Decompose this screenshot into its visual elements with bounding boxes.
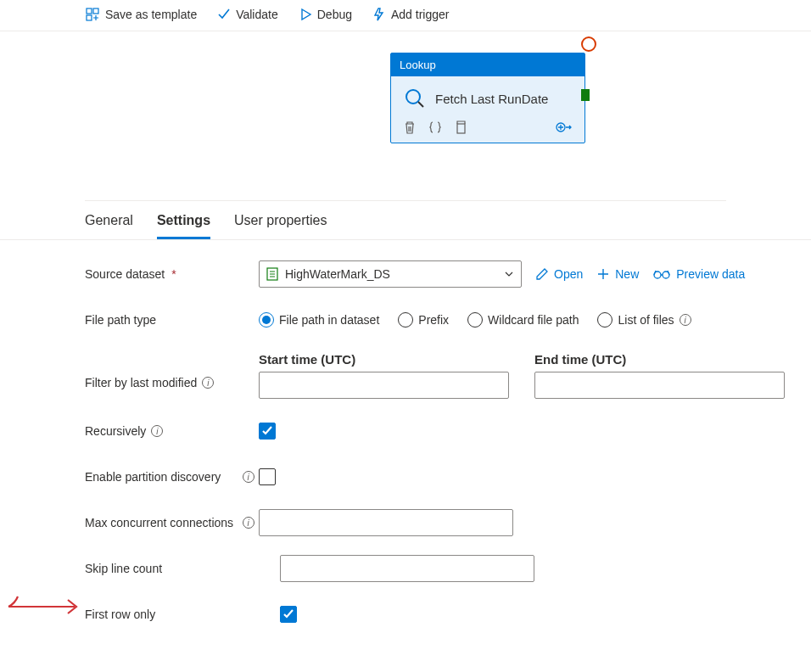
tab-general[interactable]: General [85,213,133,239]
file-path-type-radiogroup: File path in dataset Prefix Wildcard fil… [259,312,811,328]
enable-partition-checkbox[interactable] [259,468,276,485]
svg-rect-0 [87,8,92,14]
svg-rect-2 [87,15,92,20]
magnifier-icon [403,87,427,110]
open-dataset-button[interactable]: Open [535,267,583,281]
pipeline-canvas[interactable]: Lookup Fetch Last RunDate [85,31,726,201]
source-dataset-dropdown[interactable]: HighWaterMark_DS [259,260,522,288]
toolbar-label: Validate [236,8,278,21]
info-icon[interactable]: i [202,377,214,389]
tab-settings[interactable]: Settings [157,213,210,239]
info-icon[interactable]: i [243,517,254,529]
radio-wildcard[interactable]: Wildcard file path [467,312,579,328]
radio-list-of-files[interactable]: List of files i [597,312,691,328]
play-icon [299,8,312,21]
required-mark: * [171,267,176,281]
filter-modified-label: Filter by last modified [85,376,197,389]
start-time-label: Start time (UTC) [259,352,509,367]
max-concurrent-input[interactable] [259,509,513,536]
toolbar-label: Add trigger [391,8,449,21]
start-time-input[interactable] [259,372,509,399]
pencil-icon [535,267,549,281]
first-row-only-label: First row only [85,608,155,621]
recursively-checkbox[interactable] [259,423,276,440]
skip-line-input[interactable] [280,555,534,582]
dataset-icon [266,267,278,281]
validate-button[interactable]: Validate [217,8,278,21]
activity-name: Fetch Last RunDate [435,92,548,106]
enable-partition-label: Enable partition discovery [85,470,221,484]
annotation-circle [581,36,596,52]
property-tabs: General Settings User properties [0,201,811,240]
svg-rect-4 [457,124,465,133]
check-icon [217,8,231,21]
template-icon [85,7,100,22]
recursively-label: Recursively [85,424,146,438]
end-time-label: End time (UTC) [534,352,785,367]
debug-button[interactable]: Debug [299,8,352,21]
add-output-icon[interactable] [556,120,573,134]
max-concurrent-label: Max concurrent connections [85,516,233,529]
bolt-icon [372,8,386,21]
info-icon[interactable]: i [151,425,163,437]
toolbar-label: Save as template [105,8,197,21]
braces-icon[interactable] [428,120,442,134]
activity-type: Lookup [391,53,584,76]
dropdown-value: HighWaterMark_DS [285,267,390,281]
chevron-down-icon [504,269,514,279]
skip-line-label: Skip line count [85,562,162,575]
info-icon[interactable]: i [680,314,691,326]
tab-user-properties[interactable]: User properties [234,213,327,239]
success-handle[interactable] [581,89,590,101]
source-dataset-label: Source dataset [85,267,165,281]
info-icon[interactable]: i [243,471,254,483]
plus-icon [596,267,610,281]
first-row-only-checkbox[interactable] [280,606,297,623]
svg-rect-1 [93,8,98,14]
save-as-template-button[interactable]: Save as template [85,7,197,22]
copy-icon[interactable] [454,120,467,134]
settings-panel: Source dataset * HighWaterMark_DS Open N… [0,240,811,628]
end-time-input[interactable] [534,372,785,399]
add-trigger-button[interactable]: Add trigger [372,8,449,21]
radio-file-path-in-dataset[interactable]: File path in dataset [259,312,379,328]
file-path-type-label: File path type [85,313,156,327]
glasses-icon [652,268,671,280]
new-dataset-button[interactable]: New [596,267,639,281]
preview-data-button[interactable]: Preview data [652,267,745,281]
delete-icon[interactable] [403,120,417,134]
toolbar-label: Debug [317,8,352,21]
svg-point-3 [406,90,420,104]
radio-prefix[interactable]: Prefix [398,312,449,328]
annotation-arrow [7,594,83,619]
lookup-activity[interactable]: Lookup Fetch Last RunDate [390,53,585,143]
